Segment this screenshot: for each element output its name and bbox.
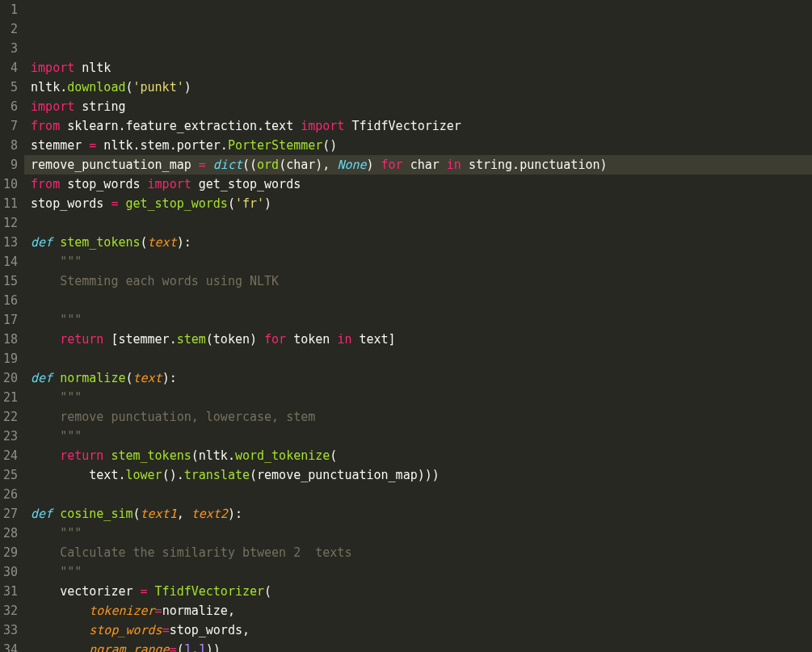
code-token: char [403, 158, 447, 172]
code-token: nltk [74, 61, 111, 75]
code-token: def [31, 371, 53, 385]
code-token: () [322, 138, 337, 153]
code-token: (nltk. [191, 448, 235, 463]
code-token: in [447, 158, 461, 172]
line-number: 23 [3, 427, 18, 446]
code-token: import [31, 99, 74, 114]
line-number: 21 [3, 388, 18, 407]
code-token: = [199, 158, 206, 172]
code-token: """ [60, 254, 82, 269]
code-token: string [74, 99, 125, 114]
code-token [31, 332, 60, 347]
line-number: 28 [3, 524, 18, 543]
code-token [31, 448, 60, 463]
code-token: ( [228, 196, 235, 211]
code-token: ( [177, 642, 184, 652]
code-token: ( [125, 80, 133, 95]
line-number: 12 [3, 213, 18, 233]
code-token: ) [367, 158, 381, 172]
code-token: = [162, 623, 170, 637]
code-token: nltk. [31, 80, 67, 95]
code-token: ) [184, 80, 191, 95]
code-token: stop_words, [170, 623, 250, 637]
code-editor[interactable]: 1234567891011121314151617181920212223242… [0, 0, 812, 652]
code-token: import [148, 177, 191, 191]
code-token: = [89, 138, 96, 153]
code-token: lower [125, 468, 162, 482]
line-number: 10 [3, 175, 18, 194]
line-number: 3 [3, 39, 18, 58]
code-token: ( [264, 584, 271, 599]
code-token: (token) [206, 332, 264, 347]
line-number: 5 [3, 78, 18, 97]
code-token: remove_punctuation_map [31, 158, 199, 172]
line-number: 4 [3, 58, 18, 78]
code-token: import [31, 61, 74, 75]
code-token: [stemmer. [103, 332, 176, 347]
code-token: stop_words [89, 623, 162, 637]
code-content[interactable]: import nltk nltk.download('punkt') impor… [31, 58, 812, 652]
code-token: """ [31, 313, 82, 327]
line-number: 6 [3, 97, 18, 116]
line-number: 20 [3, 368, 18, 388]
line-number: 26 [3, 485, 18, 504]
code-token: """ [60, 526, 82, 541]
line-number: 22 [3, 407, 18, 427]
line-number: 19 [3, 349, 18, 368]
code-token: def [31, 235, 53, 250]
code-token: tokenizer [89, 604, 154, 618]
line-number: 31 [3, 582, 18, 601]
code-token: get_stop_words [125, 196, 227, 211]
code-token: 1 [184, 642, 191, 652]
code-token: TfidfVectorizer [344, 119, 461, 133]
line-number: 15 [3, 271, 18, 291]
code-token: Stemming each words using NLTK [31, 274, 279, 288]
code-token: 'punkt' [133, 80, 184, 95]
code-area[interactable]: import nltk nltk.download('punkt') impor… [24, 0, 812, 652]
code-token: vectorizer [31, 584, 140, 599]
code-token [53, 235, 60, 250]
line-number: 9 [3, 155, 18, 175]
code-token: PorterStemmer [228, 138, 322, 153]
line-number: 30 [3, 562, 18, 582]
code-token: text] [351, 332, 395, 347]
code-token [53, 371, 60, 385]
line-number: 1 [3, 0, 18, 19]
code-token: dict [213, 158, 242, 172]
code-token [31, 623, 89, 637]
code-token: string.punctuation) [461, 158, 608, 172]
code-token: (). [162, 468, 184, 482]
code-token: , [177, 507, 191, 521]
code-token: return [60, 332, 103, 347]
line-number: 17 [3, 310, 18, 330]
code-token [53, 507, 60, 521]
code-token: """ [31, 429, 82, 444]
code-token: """ [31, 565, 82, 579]
code-token: for [381, 158, 403, 172]
code-token: Calculate the similarity btween 2 texts [31, 545, 351, 560]
code-token: ( [141, 235, 148, 250]
line-number-gutter: 1234567891011121314151617181920212223242… [0, 0, 24, 652]
code-token: normalize, [162, 604, 235, 618]
code-token: stem_tokens [60, 235, 140, 250]
code-token: text1 [141, 507, 177, 521]
code-token: text. [31, 468, 125, 482]
code-token: return [60, 448, 103, 463]
line-number: 2 [3, 19, 18, 39]
code-token: (( [242, 158, 257, 172]
code-token: translate [184, 468, 250, 482]
code-token: 1 [199, 642, 206, 652]
code-token: word_tokenize [235, 448, 330, 463]
code-token: = [170, 642, 177, 652]
line-number: 27 [3, 504, 18, 524]
code-token: ( [133, 507, 141, 521]
line-number: 11 [3, 194, 18, 213]
code-token: remove punctuation, lowercase, stem [31, 410, 315, 424]
code-token: sklearn.feature_extraction.text [60, 119, 301, 133]
line-number: 14 [3, 252, 18, 271]
line-number: 32 [3, 601, 18, 620]
code-token: """ [60, 390, 82, 405]
code-token: (char), [279, 158, 337, 172]
code-token [148, 584, 155, 599]
code-token: text2 [191, 507, 228, 521]
